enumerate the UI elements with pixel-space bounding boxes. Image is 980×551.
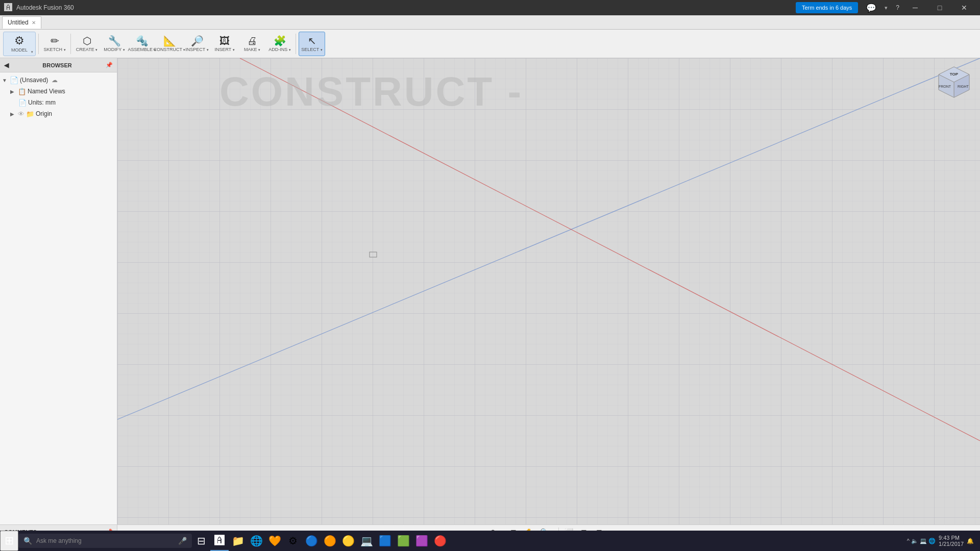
tree-root-item[interactable]: ▼ 📄 (Unsaved) ☁ [0, 74, 117, 86]
origin-eye-icon: 👁 [18, 110, 24, 118]
search-icon: 🔍 [23, 537, 32, 545]
modify-icon: 🔧 [108, 36, 121, 46]
insert-icon: 🖼 [219, 36, 230, 46]
taskbar-app-orange[interactable]: 🧡 [265, 531, 284, 551]
named-views-icon: 📋 [18, 88, 26, 95]
app-icon: 🅰 [4, 3, 12, 12]
model-icon: ⚙ [14, 35, 24, 46]
svg-rect-1 [117, 58, 980, 539]
taskbar-app-firefox[interactable]: 🌐 [247, 531, 265, 551]
toolbar-divider-2 [70, 34, 71, 54]
make-icon: 🖨 [247, 36, 257, 46]
sketch-icon: ✏ [51, 36, 59, 46]
model-button[interactable]: ⚙ MODEL ▾ [3, 32, 36, 56]
inspect-icon: 🔎 [191, 36, 204, 46]
notif-button[interactable]: Term ends in 6 days [796, 2, 858, 13]
named-views-expand-icon: ▶ [10, 89, 16, 94]
taskbar-app-teal[interactable]: 🟦 [376, 531, 394, 551]
svg-text:FRONT: FRONT [939, 85, 951, 88]
task-view-button[interactable]: ⊟ [192, 531, 210, 551]
clock: 9:43 PM 1/21/2017 [939, 535, 964, 547]
named-views-label: Named Views [28, 88, 65, 95]
create-icon: ⬡ [83, 36, 91, 46]
browser-header: ◀ BROWSER 📌 [0, 58, 117, 72]
construct-button[interactable]: 📐 CONSTRUCT ▾ [156, 32, 183, 56]
notification-icon[interactable]: 🔔 [967, 538, 974, 544]
construct-icon: 📐 [163, 36, 176, 46]
browser-collapse-icon[interactable]: ◀ [4, 62, 9, 69]
search-text: Ask me anything [36, 537, 82, 544]
sketch-button[interactable]: ✏ SKETCH ▾ [41, 32, 68, 56]
help-icon[interactable]: ? [896, 4, 899, 11]
root-label: (Unsaved) [20, 77, 48, 84]
toolbar-divider-3 [296, 34, 296, 54]
tab-untitled[interactable]: Untitled ✕ [2, 16, 41, 29]
grid-background [117, 58, 980, 539]
chat-icon[interactable]: 💬 [866, 3, 876, 13]
tab-bar: Untitled ✕ [0, 15, 980, 30]
window-controls: ─ □ ✕ [903, 0, 976, 15]
maximize-button[interactable]: □ [928, 0, 951, 15]
units-label: Units: mm [28, 99, 56, 106]
taskbar-app-explorer[interactable]: 📁 [229, 531, 247, 551]
addins-icon: 🧩 [274, 36, 286, 46]
taskbar: ⊞ 🔍 Ask me anything 🎤 ⊟ 🅰 📁 🌐 🧡 ⚙ 🔵 🟠 🟡 … [0, 531, 980, 551]
inspect-button[interactable]: 🔎 INSPECT ▾ [184, 32, 210, 56]
select-button[interactable]: ↖ SELECT ▾ [299, 32, 325, 56]
main-toolbar: ⚙ MODEL ▾ ✏ SKETCH ▾ ⬡ CREATE ▾ 🔧 MODIFY… [0, 30, 980, 58]
browser-title: BROWSER [42, 62, 71, 68]
addins-button[interactable]: 🧩 ADD-INS ▾ [266, 32, 293, 56]
system-tray: ^ 🔈 💻 🌐 9:43 PM 1/21/2017 🔔 [901, 535, 980, 547]
app-title: Autodesk Fusion 360 [16, 4, 792, 11]
cloud-icon: ☁ [52, 77, 58, 84]
user-name: ▾ [885, 5, 888, 11]
taskbar-app-settings[interactable]: ⚙ [284, 531, 302, 551]
taskbar-search[interactable]: 🔍 Ask me anything 🎤 [18, 534, 192, 548]
tree-named-views[interactable]: ▶ 📋 Named Views [0, 86, 117, 97]
tree-origin[interactable]: ▶ 👁 📁 Origin [0, 108, 117, 119]
canvas-area[interactable]: CONSTRUCT - TOP RIGHT FRONT ⟳ ▾ ⊡ ✋ 🔍 ▾ [117, 58, 980, 539]
browser-tree: ▼ 📄 (Unsaved) ☁ ▶ 📋 Named Views 📄 Units:… [0, 72, 117, 524]
taskbar-app-green[interactable]: 🟩 [394, 531, 412, 551]
units-icon: 📄 [18, 99, 27, 107]
assemble-button[interactable]: 🔩 ASSEMBLE ▾ [129, 32, 155, 56]
close-button[interactable]: ✕ [952, 0, 976, 15]
sidebar: ◀ BROWSER 📌 ▼ 📄 (Unsaved) ☁ ▶ 📋 Named Vi… [0, 58, 117, 539]
taskbar-app-red[interactable]: 🔴 [431, 531, 449, 551]
tray-icons: ^ 🔈 💻 🌐 [907, 538, 936, 544]
model-label: MODEL [11, 47, 28, 53]
taskbar-app-yellow[interactable]: 🟡 [339, 531, 357, 551]
origin-expand-icon: ▶ [10, 111, 16, 117]
taskbar-app-purple[interactable]: 🟪 [412, 531, 431, 551]
model-arrow-icon: ▾ [31, 50, 33, 54]
origin-label: Origin [36, 110, 52, 117]
make-button[interactable]: 🖨 MAKE ▾ [239, 32, 265, 56]
tree-units[interactable]: 📄 Units: mm [0, 97, 117, 108]
title-bar: 🅰 Autodesk Fusion 360 Term ends in 6 day… [0, 0, 980, 15]
modify-button[interactable]: 🔧 MODIFY ▾ [101, 32, 128, 56]
root-doc-icon: 📄 [10, 76, 18, 84]
insert-button[interactable]: 🖼 INSERT ▾ [211, 32, 238, 56]
start-button[interactable]: ⊞ [0, 531, 18, 551]
select-icon: ↖ [308, 36, 316, 46]
mic-icon: 🎤 [178, 537, 187, 545]
toolbar-divider-1 [38, 34, 39, 54]
root-expand-icon: ▼ [2, 78, 8, 83]
svg-text:RIGHT: RIGHT [958, 85, 969, 88]
create-button[interactable]: ⬡ CREATE ▾ [74, 32, 100, 56]
tab-close-button[interactable]: ✕ [32, 20, 36, 26]
view-cube[interactable]: TOP RIGHT FRONT [936, 64, 972, 100]
minimize-button[interactable]: ─ [903, 0, 927, 15]
taskbar-app-fusion[interactable]: 🅰 [210, 531, 229, 551]
taskbar-app-laptop[interactable]: 💻 [357, 531, 376, 551]
main-content: ◀ BROWSER 📌 ▼ 📄 (Unsaved) ☁ ▶ 📋 Named Vi… [0, 58, 980, 539]
browser-pin-icon[interactable]: 📌 [106, 62, 113, 68]
taskbar-app-blender[interactable]: 🟠 [321, 531, 339, 551]
svg-text:TOP: TOP [950, 72, 959, 77]
taskbar-app-blue[interactable]: 🔵 [302, 531, 321, 551]
origin-folder-icon: 📁 [26, 110, 34, 118]
tab-label: Untitled [8, 19, 29, 26]
assemble-icon: 🔩 [136, 36, 149, 46]
